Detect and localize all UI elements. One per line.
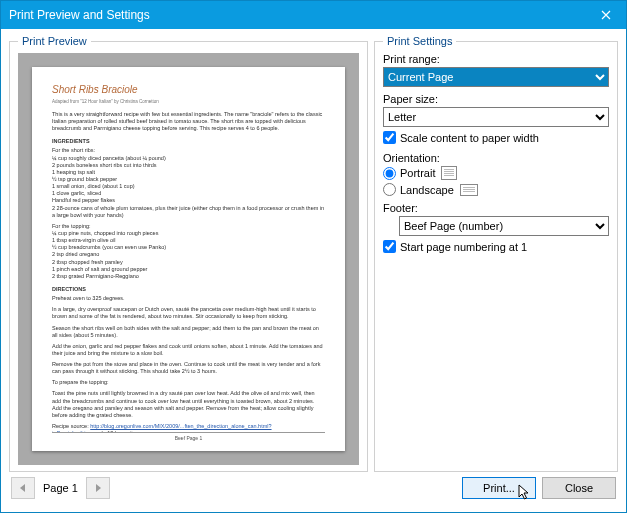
paper-size-label: Paper size: [383,93,609,105]
landscape-label: Landscape [400,184,454,196]
print-range-select[interactable]: Current Page [383,67,609,87]
orientation-label: Orientation: [383,152,609,164]
preview-legend: Print Preview [18,35,91,47]
scale-checkbox[interactable] [383,131,396,144]
portrait-radio-row[interactable]: Portrait [383,166,609,180]
page-indicator: Page 1 [43,482,78,494]
close-icon[interactable] [586,1,626,29]
portrait-radio[interactable] [383,167,396,180]
scale-label: Scale content to paper width [400,132,539,144]
doc-source: Recipe source: http://blog.oregonlive.co… [52,423,325,431]
close-button[interactable]: Close [542,477,616,499]
portrait-icon [441,166,457,180]
arrow-right-icon [94,484,102,492]
footer-select[interactable]: Beef Page (number) [399,216,609,236]
start-numbering-row[interactable]: Start page numbering at 1 [383,240,609,253]
prev-page-button[interactable] [11,477,35,499]
paper-size-select[interactable]: Letter [383,107,609,127]
print-range-label: Print range: [383,53,609,65]
sub-topping: For the topping: [52,223,325,230]
footer-label: Footer: [383,202,609,214]
arrow-left-icon [19,484,27,492]
scale-checkbox-row[interactable]: Scale content to paper width [383,131,609,144]
heading-ingredients: INGREDIENTS [52,138,325,145]
settings-legend: Print Settings [383,35,456,47]
window-title: Print Preview and Settings [9,8,150,22]
preview-page: Short Ribs Braciole Adapted from "12 Hou… [32,67,345,451]
next-page-button[interactable] [86,477,110,499]
landscape-icon [460,184,478,196]
sub-shortribs: For the short ribs: [52,147,325,154]
page-footer: Beef Page 1 [52,432,325,442]
print-button[interactable]: Print... [462,477,536,499]
start-numbering-label: Start page numbering at 1 [400,241,527,253]
landscape-radio-row[interactable]: Landscape [383,183,609,196]
portrait-label: Portrait [400,167,435,179]
doc-intro: This is a very straightforward recipe wi… [52,111,325,132]
heading-directions: DIRECTIONS [52,286,325,293]
start-numbering-checkbox[interactable] [383,240,396,253]
doc-subtitle: Adapted from "12 Hour Italian" by Christ… [52,99,325,105]
preview-area: Short Ribs Braciole Adapted from "12 Hou… [18,53,359,465]
landscape-radio[interactable] [383,183,396,196]
doc-title: Short Ribs Braciole [52,83,325,96]
